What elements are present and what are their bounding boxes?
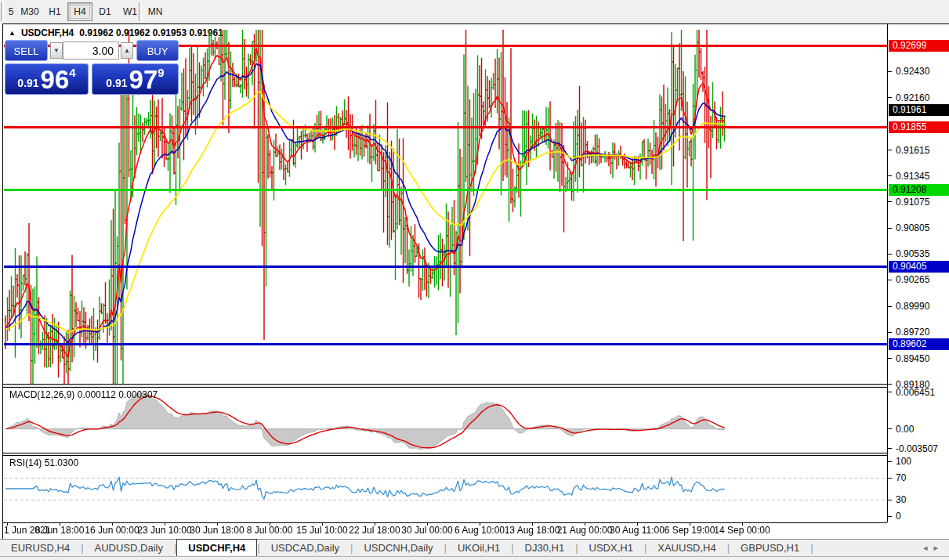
timeframe-button-h1[interactable]: H1 (42, 2, 67, 21)
toolbar-separator (139, 2, 142, 21)
time-axis-label: 6 Aug 10:00 (455, 525, 505, 536)
price-axis-tick (888, 306, 892, 307)
price-axis-tick (888, 150, 892, 150)
toolbar-groove (1, 2, 4, 21)
rsi-value: 51.0300 (45, 457, 78, 468)
price-axis-tick (888, 228, 892, 229)
chart-tabs: EURUSD,H4|AUDUSD,Daily|USDCHF,H4|USDCAD,… (0, 540, 813, 557)
sell-button[interactable]: SELL (5, 40, 48, 61)
price-axis-label: 0.91615 (896, 145, 929, 156)
time-axis-label: 8 Jul 00:00 (247, 525, 293, 536)
pane-divider (3, 522, 887, 523)
price-axis-label: 0.91345 (896, 171, 929, 182)
time-axis-label: 15 Jul 10:00 (296, 525, 347, 536)
sell-price-prefix: 0.91 (17, 77, 38, 89)
timeframe-button-d1[interactable]: D1 (92, 2, 118, 21)
price-axis-label: 0.90535 (896, 248, 929, 259)
tab-dj30[interactable]: DJ30,H1 (514, 540, 576, 557)
tab-usdcnh[interactable]: USDCNH,Daily (353, 540, 444, 557)
sell-price-big: 96 (41, 68, 70, 92)
price-axis-tick (888, 97, 892, 98)
macd-values: 0.000112 0.000307 (78, 389, 158, 400)
rsi-axis-tick (888, 500, 892, 500)
tab-scroll-right-icon[interactable]: ▸ (933, 543, 944, 552)
one-click-trading-panel: SELL ▼ ▲ BUY 0.91 96 4 0.91 97 9 (5, 40, 179, 114)
time-axis-label: 16 Jun 00:00 (85, 525, 139, 536)
buy-button[interactable]: BUY (136, 40, 179, 61)
price-axis-tick (888, 254, 892, 255)
price-axis-label: 0.90805 (896, 222, 929, 233)
price-axis-tick (888, 175, 892, 176)
chart-tab-bar: EURUSD,H4|AUDUSD,Daily|USDCHF,H4|USDCAD,… (0, 539, 949, 557)
price-axis-label: 0.89450 (896, 353, 929, 364)
rsi-axis-tick (888, 461, 892, 462)
tab-gbpusd[interactable]: GBPUSD,H1 (730, 540, 810, 557)
current-price-tag: 0.91961 (889, 104, 949, 116)
timeframe-button-5[interactable]: 5 (5, 2, 17, 21)
time-axis-label: 30 Jul 00:00 (401, 525, 452, 536)
tab-ukoil[interactable]: UKOil,H1 (447, 540, 511, 557)
time-axis-label: 8 Jun 18:00 (35, 525, 85, 536)
price-axis-label: 0.92160 (896, 92, 929, 103)
time-axis-label: 23 Jun 10:00 (137, 525, 191, 536)
rsi-indicator-canvas[interactable] (4, 456, 887, 522)
price-axis-tick (888, 201, 892, 202)
price-line-tag: 0.90405 (889, 261, 949, 273)
price-line-tag: 0.92699 (889, 40, 949, 52)
time-axis-label: 14 Sep 00:00 (714, 525, 770, 536)
time-axis-label: 13 Aug 18:00 (505, 525, 560, 536)
timeframe-toolbar: 5M30H1H4D1W1MN (0, 0, 949, 23)
price-axis-label: 0.89720 (896, 327, 929, 338)
macd-axis-label: 0.006451 (896, 387, 935, 398)
time-axis-label: 30 Aug 11:00 (610, 525, 665, 536)
price-line-tag: 0.91855 (889, 121, 949, 133)
price-line-tag: 0.89602 (889, 338, 949, 350)
price-axis-tick (888, 384, 892, 385)
tab-usdx[interactable]: USDX,H1 (578, 540, 644, 557)
tab-scroll-left-icon[interactable]: ◂ (923, 543, 934, 552)
time-axis-label: 22 Jul 18:00 (349, 525, 400, 536)
rsi-name: RSI(14) (9, 457, 42, 468)
volume-increase-icon[interactable]: ▲ (121, 42, 133, 59)
price-axis-tick (888, 71, 892, 72)
rsi-axis-label: 70 (896, 472, 906, 483)
rsi-axis-tick (888, 478, 892, 479)
tab-scroll-arrows[interactable]: ◂▸ (923, 540, 944, 556)
rsi-axis-label: 30 (896, 494, 906, 505)
rsi-axis-label: 0 (896, 511, 901, 522)
time-axis-label: 21 Aug 00:00 (557, 525, 613, 536)
timeframe-button-m30[interactable]: M30 (17, 2, 42, 21)
price-axis-tick (888, 332, 892, 333)
price-line-tag: 0.91208 (889, 184, 949, 196)
volume-decrease-icon[interactable]: ▼ (50, 42, 63, 59)
buy-price-sup: 9 (158, 66, 164, 79)
timeframe-button-mn[interactable]: MN (143, 2, 168, 21)
tab-usdchf[interactable]: USDCHF,H4 (176, 539, 257, 557)
rsi-axis-label: 100 (896, 456, 911, 467)
sell-price-display[interactable]: 0.91 96 4 (5, 63, 89, 95)
status-bar (0, 556, 949, 560)
macd-axis-tick (888, 448, 892, 449)
macd-axis-tick (888, 428, 892, 429)
price-axis-label: 0.92430 (896, 66, 929, 77)
tab-audusd[interactable]: AUDUSD,Daily (84, 540, 174, 557)
tab-usdcad[interactable]: USDCAD,Daily (260, 540, 350, 557)
chart-window: ▲ USDCHF,H4 0.91962 0.91962 0.91953 0.91… (2, 23, 949, 540)
price-axis-label: 0.90265 (896, 274, 929, 285)
macd-axis-label: 0.00 (896, 424, 914, 435)
tab-xauusd[interactable]: XAUUSD,H4 (647, 540, 726, 557)
macd-name: MACD(12,26,9) (9, 389, 74, 400)
macd-label: MACD(12,26,9) 0.000112 0.000307 (9, 389, 158, 400)
time-axis-label: 6 Sep 19:00 (665, 525, 715, 536)
timeframe-button-h4[interactable]: H4 (67, 2, 92, 21)
price-axis-tick (888, 358, 892, 359)
buy-price-big: 97 (129, 68, 158, 92)
buy-price-prefix: 0.91 (106, 77, 127, 89)
rsi-label: RSI(14) 51.0300 (9, 457, 78, 468)
macd-axis-label: -0.003507 (896, 443, 938, 454)
macd-axis-tick (888, 392, 892, 392)
tab-eurusd[interactable]: EURUSD,H4 (0, 540, 81, 557)
rsi-axis-tick (888, 516, 892, 517)
volume-input[interactable] (63, 42, 119, 60)
buy-price-display[interactable]: 0.91 97 9 (92, 63, 179, 95)
